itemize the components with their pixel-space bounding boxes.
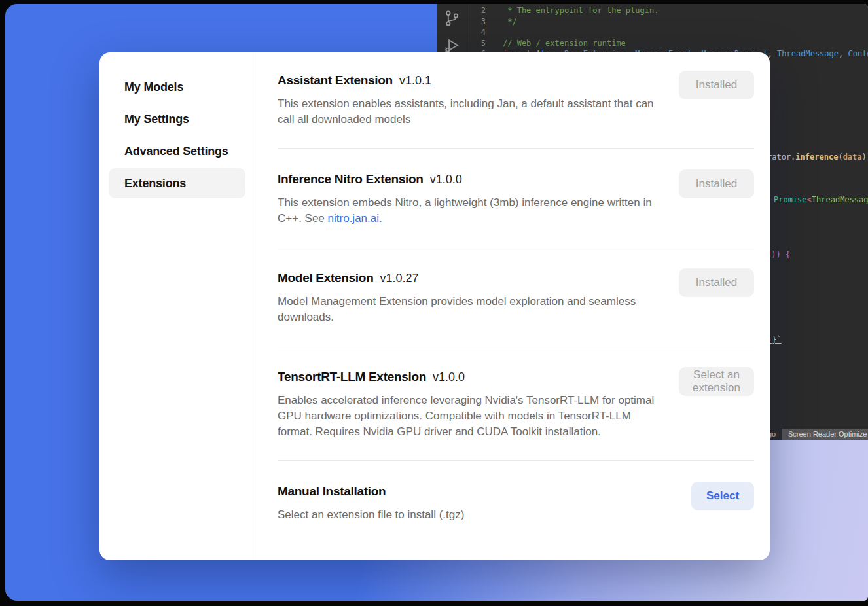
extension-entry: Manual InstallationSelect an extension f… — [278, 483, 754, 523]
extension-entry-text: Manual InstallationSelect an extension f… — [278, 483, 662, 523]
code-token: , — [839, 49, 848, 58]
extension-entry-text: Assistant Extensionv1.0.1This extension … — [278, 72, 662, 128]
extension-entry: Inference Nitro Extensionv1.0.0This exte… — [278, 171, 754, 226]
extension-title: Assistant Extension — [278, 73, 393, 87]
extension-title: Inference Nitro Extension — [278, 172, 424, 186]
status-bar-screen-reader-item[interactable]: Screen Reader Optimize — [782, 429, 868, 440]
entry-separator — [278, 148, 754, 149]
extension-link[interactable]: nitro.jan.ai. — [328, 212, 382, 224]
entry-separator — [278, 346, 754, 346]
sidebar-item-label: My Models — [124, 80, 183, 94]
code-text: // Web / extension runtime — [503, 38, 626, 49]
extension-version: v1.0.27 — [380, 272, 418, 285]
code-token: ThreadMessage — [777, 49, 839, 58]
extension-description: Model Management Extension provides mode… — [278, 294, 662, 325]
extension-description: Select an extension file to install (.tg… — [278, 507, 662, 523]
installed-button[interactable]: Select an extension — [679, 367, 754, 396]
extension-title: Manual Installation — [278, 484, 386, 498]
extension-description-text: Select an extension file to install (.tg… — [278, 508, 464, 521]
extension-title: Model Extension — [278, 271, 373, 285]
code-text: * The entrypoint for the plugin. — [503, 5, 659, 16]
extension-entry-text: TensortRT-LLM Extensionv1.0.0Enables acc… — [278, 368, 662, 440]
sidebar-item-extensions[interactable]: Extensions — [109, 168, 245, 198]
sidebar-item-label: Extensions — [124, 177, 186, 190]
line-number: 2 — [467, 5, 486, 16]
line-number: 5 — [467, 38, 486, 49]
code-text: */ — [503, 16, 517, 27]
code-token: * The entrypoint for the plugin. — [503, 6, 659, 15]
extension-description: This extension enables assistants, inclu… — [278, 96, 662, 128]
installed-button[interactable]: Installed — [679, 268, 754, 297]
extension-version: v1.0.0 — [433, 370, 465, 383]
extension-entry: Assistant Extensionv1.0.1This extension … — [278, 72, 754, 128]
extension-title: TensortRT-LLM Extension — [278, 370, 426, 383]
extension-title-row: Assistant Extensionv1.0.1 — [278, 72, 662, 90]
source-control-icon[interactable] — [443, 10, 460, 29]
installed-button[interactable]: Installed — [679, 71, 754, 99]
extension-version: v1.0.1 — [399, 74, 431, 87]
installed-button[interactable]: Installed — [679, 169, 754, 198]
extension-description-text: Model Management Extension provides mode… — [278, 295, 636, 323]
extension-entry-text: Model Extensionv1.0.27Model Management E… — [278, 270, 662, 325]
line-number: 3 — [467, 16, 486, 27]
extension-description-text: This extension enables assistants, inclu… — [278, 98, 654, 126]
entry-separator — [278, 247, 754, 247]
extension-description-text: Enables accelerated inference leveraging… — [278, 394, 654, 438]
settings-sidebar: My ModelsMy SettingsAdvanced SettingsExt… — [99, 52, 255, 560]
code-token: , — [768, 49, 777, 58]
extension-title-row: Inference Nitro Extensionv1.0.0 — [278, 171, 662, 188]
app-window: 2 * The entrypoint for the plugin.3 */45… — [5, 4, 868, 601]
extension-description: Enables accelerated inference leveraging… — [278, 393, 662, 440]
extension-description: This extension embeds Nitro, a lightweig… — [278, 195, 662, 226]
code-line: 3 */ — [467, 16, 868, 27]
code-line: 2 * The entrypoint for the plugin. — [467, 5, 868, 16]
entry-separator — [278, 460, 754, 461]
extension-version: v1.0.0 — [430, 173, 462, 186]
code-lines: 2 * The entrypoint for the plugin.3 */45… — [467, 5, 868, 60]
extensions-list: Assistant Extensionv1.0.1This extension … — [255, 52, 770, 560]
settings-modal: My ModelsMy SettingsAdvanced SettingsExt… — [99, 52, 770, 560]
extension-title-row: TensortRT-LLM Extensionv1.0.0 — [278, 368, 662, 386]
line-number: 4 — [467, 27, 486, 38]
sidebar-item-my-settings[interactable]: My Settings — [109, 104, 245, 134]
sidebar-item-my-models[interactable]: My Models — [109, 72, 245, 102]
code-token: */ — [503, 17, 517, 26]
extension-entry: TensortRT-LLM Extensionv1.0.0Enables acc… — [278, 368, 754, 440]
code-token: // Web / extension runtime — [503, 39, 626, 48]
sidebar-item-label: My Settings — [124, 113, 189, 126]
extension-entry-text: Inference Nitro Extensionv1.0.0This exte… — [278, 171, 662, 226]
extension-entry: Model Extensionv1.0.27Model Management E… — [278, 270, 754, 325]
sidebar-item-label: Advanced Settings — [124, 145, 228, 158]
code-line: 4 — [467, 27, 868, 38]
extension-title-row: Manual Installation — [278, 483, 662, 501]
extension-title-row: Model Extensionv1.0.27 — [278, 270, 662, 287]
select-button[interactable]: Select — [691, 482, 754, 510]
sidebar-item-advanced-settings[interactable]: Advanced Settings — [109, 136, 245, 166]
code-line: 5// Web / extension runtime — [467, 38, 868, 49]
code-token: ContentType — [848, 49, 868, 58]
